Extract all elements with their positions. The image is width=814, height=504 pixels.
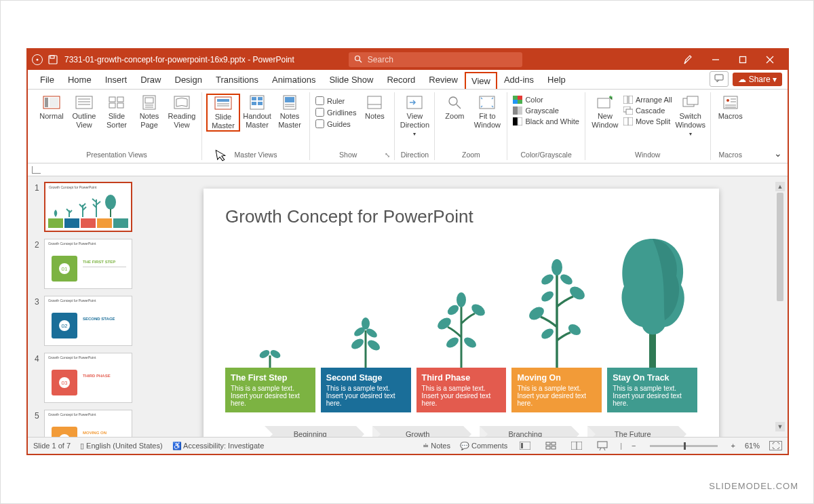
stage-4[interactable]: Moving OnThis is a sample text. Insert y…	[511, 259, 602, 412]
menu-design[interactable]: Design	[168, 71, 209, 89]
menu-draw[interactable]: Draw	[134, 71, 168, 89]
zoom-slider[interactable]	[650, 445, 718, 447]
svg-line-96	[600, 448, 601, 450]
menu-home[interactable]: Home	[61, 71, 98, 89]
menu-slideshow[interactable]: Slide Show	[322, 71, 380, 89]
group-presentation-views: Normal Outline View Slide Sorter Notes P…	[32, 92, 202, 160]
vertical-scrollbar[interactable]: ▲ ▼	[775, 182, 785, 431]
svg-rect-64	[110, 209, 111, 217]
show-dialog-launcher[interactable]: ⤡	[385, 151, 390, 159]
svg-rect-53	[623, 96, 627, 104]
normal-view-icon[interactable]	[517, 440, 533, 452]
ruler-checkbox[interactable]: Ruler	[315, 96, 356, 105]
save-icon[interactable]	[48, 55, 58, 64]
outline-view-button[interactable]: Outline View	[69, 94, 100, 130]
zoom-level[interactable]: 61%	[745, 442, 760, 450]
search-input[interactable]: Search	[349, 52, 522, 67]
menu-view[interactable]: View	[465, 72, 497, 89]
svg-rect-36	[285, 97, 294, 102]
stage-5[interactable]: Stay On TrackThis is a sample text. Inse…	[607, 232, 697, 412]
comments-toggle[interactable]: 💬 Comments	[460, 442, 507, 450]
menu-help[interactable]: Help	[541, 71, 573, 89]
arrange-all-button[interactable]: Arrange All	[622, 95, 674, 104]
svg-rect-19	[109, 103, 115, 108]
close-button[interactable]	[756, 50, 783, 70]
thumbnail-2[interactable]: Growth Concept for PowerPoint 01 THE FIR…	[44, 239, 132, 289]
grayscale-button[interactable]: Grayscale	[511, 106, 580, 115]
menu-insert[interactable]: Insert	[98, 71, 134, 89]
gridlines-checkbox[interactable]: Gridlines	[315, 108, 356, 117]
growth-stages: The First StepThis is a sample text. Ins…	[225, 232, 697, 412]
thumbnail-3[interactable]: Growth Concept for PowerPoint 02 SECOND …	[44, 296, 132, 346]
handout-master-button[interactable]: Handout Master	[241, 94, 273, 130]
sorter-view-icon[interactable]	[543, 440, 559, 452]
accessibility-indicator[interactable]: ♿ Accessibility: Investigate	[172, 442, 265, 450]
stage-1[interactable]: The First StepThis is a sample text. Ins…	[225, 341, 315, 412]
share-button[interactable]: ☁ Share ▾	[733, 73, 782, 86]
slideshow-view-icon[interactable]	[594, 440, 610, 452]
maximize-button[interactable]	[729, 50, 756, 70]
thumbnail-4[interactable]: Growth Concept for PowerPoint 03 THIRD P…	[44, 353, 132, 403]
fit-window-button[interactable]: Fit to Window	[471, 94, 503, 130]
switch-windows-button[interactable]: Switch Windows▾	[675, 94, 706, 138]
svg-rect-9	[715, 75, 723, 80]
stage-2[interactable]: Second StageThis is a sample text. Inser…	[321, 317, 411, 412]
cascade-button[interactable]: Cascade	[622, 106, 674, 115]
thumbnail-5[interactable]: Growth Concept for PowerPoint 04 MOVING …	[44, 410, 132, 437]
slide-canvas-area: Growth Concept for PowerPoint The First …	[143, 176, 788, 437]
svg-rect-27	[217, 99, 229, 102]
stage-3[interactable]: Third PhaseThis is a sample text. Insert…	[416, 290, 507, 412]
arrow-3[interactable]: Branching	[480, 426, 571, 437]
search-placeholder: Search	[368, 55, 393, 64]
svg-point-62	[726, 99, 729, 102]
notes-page-button[interactable]: Notes Page	[134, 94, 165, 130]
reading-view-icon[interactable]	[568, 440, 585, 452]
group-macros: Macros Macros	[711, 92, 750, 160]
zoom-in-button[interactable]: +	[731, 442, 735, 450]
slide-master-button[interactable]: Slide Master	[206, 94, 240, 132]
scrollbar-thumb[interactable]	[777, 193, 783, 301]
notes-button[interactable]: Notes	[359, 94, 390, 122]
arrow-2[interactable]: Growth	[372, 426, 464, 437]
language-indicator[interactable]: ▯ English (United States)	[80, 442, 163, 450]
svg-rect-33	[252, 102, 256, 105]
menu-animations[interactable]: Animations	[265, 71, 322, 89]
thumbnail-1[interactable]: Growth Concept for PowerPoint	[44, 182, 132, 232]
pen-icon[interactable]	[675, 50, 702, 70]
bw-button[interactable]: Black and White	[511, 117, 580, 126]
macros-button[interactable]: Macros	[715, 94, 746, 122]
color-button[interactable]: Color	[511, 95, 580, 104]
menu-transitions[interactable]: Transitions	[209, 71, 265, 89]
menu-review[interactable]: Review	[422, 71, 465, 89]
menu-record[interactable]: Record	[380, 71, 422, 89]
svg-rect-46	[518, 96, 522, 100]
menu-addins[interactable]: Add-ins	[497, 71, 541, 89]
new-window-button[interactable]: New Window	[589, 94, 621, 130]
svg-point-79	[567, 284, 587, 303]
notes-master-button[interactable]: Notes Master	[274, 94, 305, 130]
powerpoint-window: 7331-01-growth-concept-for-powerpoint-16…	[26, 48, 789, 455]
svg-rect-13	[76, 96, 92, 109]
title-bar: 7331-01-growth-concept-for-powerpoint-16…	[28, 50, 788, 70]
menu-file[interactable]: File	[33, 71, 61, 89]
ribbon-collapse-button[interactable]: ⌄	[774, 148, 782, 159]
arrow-1[interactable]: Beginning	[265, 426, 356, 437]
comments-button[interactable]	[710, 71, 729, 87]
slide-title[interactable]: Growth Concept for PowerPoint	[225, 206, 697, 227]
svg-rect-22	[145, 98, 153, 103]
move-split-button[interactable]: Move Split	[622, 117, 674, 126]
reading-view-button[interactable]: Reading View	[166, 94, 197, 130]
svg-rect-47	[513, 100, 518, 104]
slide[interactable]: Growth Concept for PowerPoint The First …	[204, 189, 719, 437]
arrow-4[interactable]: The Future	[587, 426, 679, 437]
fit-to-window-icon[interactable]: ⛶	[769, 441, 782, 450]
slide-sorter-button[interactable]: Slide Sorter	[101, 94, 132, 130]
guides-checkbox[interactable]: Guides	[315, 119, 356, 128]
minimize-button[interactable]	[702, 50, 729, 70]
normal-view-button[interactable]: Normal	[36, 94, 67, 122]
notes-toggle[interactable]: ≐ Notes	[423, 442, 450, 450]
zoom-button[interactable]: Zoom	[439, 94, 470, 122]
svg-point-83	[539, 272, 555, 286]
zoom-out-button[interactable]: −	[632, 442, 636, 450]
view-direction-button[interactable]: View Direction▾	[399, 94, 430, 138]
